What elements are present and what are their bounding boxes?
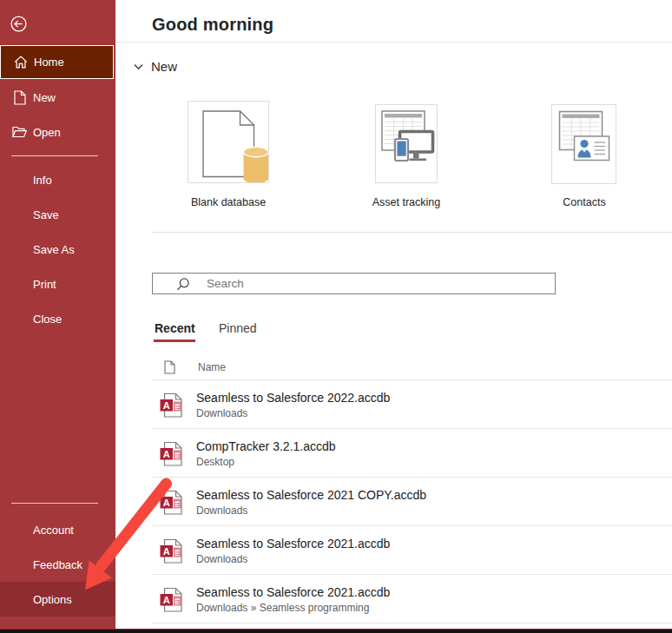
backstage-sidebar: Home New Open Info	[0, 0, 115, 630]
window-bottom-edge	[0, 629, 672, 633]
sidebar-item-options[interactable]: Options	[0, 582, 115, 617]
blank-database-icon	[188, 102, 268, 182]
column-header-name: Name	[198, 361, 226, 373]
sidebar-item-feedback[interactable]: Feedback	[0, 547, 115, 582]
sidebar-item-label: Info	[33, 174, 52, 187]
file-name: Seamless to Salesforce 2022.accdb	[196, 391, 390, 405]
tab-recent[interactable]: Recent	[155, 321, 195, 335]
back-button[interactable]	[10, 16, 27, 32]
svg-text:A: A	[163, 449, 170, 459]
active-tab-underline	[154, 340, 195, 342]
sidebar-divider	[11, 155, 98, 156]
sidebar-item-open[interactable]: Open	[0, 115, 115, 149]
template-card-blank-database[interactable]	[188, 101, 269, 183]
search-box[interactable]	[152, 273, 556, 294]
file-name: CompTracker 3.2.1.accdb	[196, 439, 336, 453]
sidebar-item-label: Feedback	[33, 558, 82, 571]
search-icon	[176, 277, 191, 292]
sidebar-item-label: Options	[33, 593, 72, 606]
new-section-header[interactable]: New	[128, 59, 177, 74]
access-database-file-icon: A	[160, 538, 182, 564]
sidebar-item-label: Save	[33, 208, 59, 221]
sidebar-item-label: Close	[33, 313, 62, 326]
sidebar-item-save[interactable]: Save	[0, 197, 115, 232]
recent-file-row[interactable]: A CompTracker 3.2.1.accdb Desktop	[152, 429, 672, 478]
access-database-file-icon: A	[160, 490, 182, 515]
template-name: Blank database	[142, 196, 315, 208]
new-document-icon	[12, 90, 27, 105]
file-location: Downloads	[196, 407, 247, 419]
sidebar-item-info[interactable]: Info	[0, 162, 115, 197]
sidebar-item-label: Account	[33, 524, 74, 537]
svg-text:A: A	[163, 595, 170, 605]
back-arrow-icon	[10, 16, 27, 32]
sidebar-item-label: New	[33, 91, 56, 104]
new-section-title: New	[151, 59, 177, 74]
access-database-file-icon: A	[160, 392, 182, 418]
recent-file-row[interactable]: A Seamless to Salesforce 2021.accdb Down…	[152, 526, 672, 575]
file-location: Downloads » Seamless programming	[196, 602, 369, 614]
file-location: Downloads	[196, 504, 247, 517]
contacts-icon	[552, 105, 616, 183]
sidebar-item-label: Print	[33, 278, 56, 291]
file-name: Seamless to Salesforce 2021 COPY.accdb	[196, 488, 426, 502]
chevron-down-icon	[128, 60, 148, 74]
sidebar-item-print[interactable]: Print	[0, 267, 115, 301]
recent-file-row[interactable]: A Seamless to Salesforce 2022.accdb Down…	[152, 380, 672, 429]
sidebar-divider	[11, 503, 98, 504]
svg-text:A: A	[163, 498, 170, 508]
open-folder-icon	[12, 125, 27, 140]
access-database-file-icon: A	[160, 587, 182, 612]
search-input[interactable]	[207, 274, 550, 293]
sidebar-item-label: Open	[33, 126, 61, 139]
file-list-header: Name	[152, 354, 672, 380]
file-name: Seamless to Salesforce 2021.accdb	[196, 585, 390, 599]
sidebar-item-close[interactable]: Close	[0, 301, 115, 336]
file-name: Seamless to Salesforce 2021.accdb	[196, 537, 390, 551]
sidebar-item-label: Home	[34, 56, 64, 69]
recent-file-row[interactable]: A Seamless to Salesforce 2021 COPY.accdb…	[152, 478, 672, 526]
access-database-file-icon: A	[160, 441, 182, 466]
document-icon	[164, 360, 175, 374]
template-name: Contacts	[497, 196, 671, 208]
template-card-contacts[interactable]	[551, 104, 616, 184]
recent-file-row[interactable]: A Seamless to Salesforce 2021.accdb Down…	[152, 575, 672, 623]
asset-tracking-icon	[376, 105, 437, 182]
sidebar-item-new[interactable]: New	[0, 80, 115, 115]
template-card-asset-tracking[interactable]	[375, 104, 438, 183]
tab-pinned[interactable]: Pinned	[219, 321, 257, 335]
sidebar-item-label: Save As	[33, 243, 75, 256]
sidebar-item-account[interactable]: Account	[0, 512, 115, 547]
file-location: Downloads	[196, 553, 247, 565]
svg-text:A: A	[163, 400, 170, 411]
section-divider	[152, 232, 672, 233]
greeting-title: Good morning	[152, 15, 273, 35]
template-name: Asset tracking	[320, 196, 493, 208]
home-icon	[13, 55, 28, 69]
svg-text:A: A	[163, 546, 170, 557]
backstage-view: Home New Open Info	[0, 0, 672, 633]
sidebar-item-save-as[interactable]: Save As	[0, 232, 115, 267]
file-location: Desktop	[196, 456, 234, 468]
sidebar-item-home[interactable]: Home	[0, 45, 114, 79]
header-divider	[115, 42, 672, 43]
